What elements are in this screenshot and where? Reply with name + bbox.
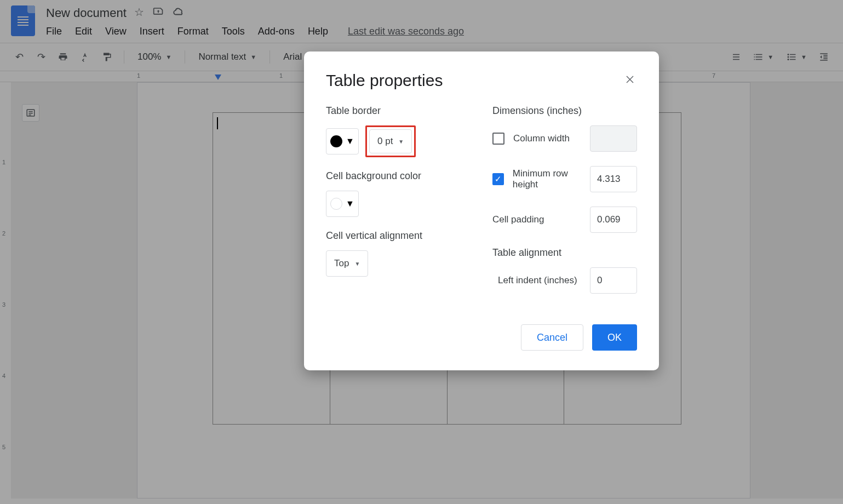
col-width-check: Column width [492, 133, 570, 145]
row-height-row: ✓ Minimum row height [492, 166, 637, 192]
dimensions-label: Dimensions (inches) [492, 105, 637, 117]
chevron-down-icon: ▼ [346, 136, 354, 146]
close-button[interactable] [623, 71, 637, 90]
col-width-input [590, 125, 637, 152]
dialog-footer: Cancel OK [326, 324, 637, 351]
row-height-label: Minimum row height [513, 168, 590, 190]
border-width-value: 0 pt [377, 136, 393, 147]
chevron-down-icon: ▼ [398, 139, 404, 145]
chevron-down-icon: ▼ [346, 199, 354, 209]
color-swatch-icon [330, 198, 342, 210]
col-width-checkbox[interactable] [492, 133, 504, 145]
row-height-input[interactable] [590, 166, 637, 192]
row-height-checkbox[interactable]: ✓ [492, 173, 504, 185]
cancel-button[interactable]: Cancel [521, 324, 583, 351]
bg-row: ▼ [326, 191, 471, 217]
cell-bg-label: Cell background color [326, 170, 471, 182]
ok-button[interactable]: OK [592, 324, 637, 351]
table-properties-dialog: Table properties Table border ▼ 0 pt ▼ [304, 51, 659, 370]
col-width-row: Column width [492, 125, 637, 152]
valign-label: Cell vertical alignment [326, 230, 471, 242]
chevron-down-icon: ▼ [354, 261, 360, 267]
dialog-header: Table properties [326, 71, 637, 90]
col-width-label: Column width [513, 133, 570, 144]
valign-dropdown[interactable]: Top ▼ [326, 250, 368, 277]
dialog-title: Table properties [326, 71, 443, 90]
table-border-label: Table border [326, 105, 471, 117]
left-column: Table border ▼ 0 pt ▼ Cell background co… [326, 105, 471, 308]
right-column: Dimensions (inches) Column width ✓ Minim… [492, 105, 637, 308]
cell-padding-label: Cell padding [492, 214, 544, 225]
left-indent-row: Left indent (inches) [492, 267, 637, 294]
left-indent-label: Left indent (inches) [498, 275, 577, 286]
row-height-check: ✓ Minimum row height [492, 168, 590, 190]
border-color-button[interactable]: ▼ [326, 128, 359, 154]
color-swatch-icon [330, 135, 342, 147]
dialog-body: Table border ▼ 0 pt ▼ Cell background co… [326, 105, 637, 308]
cell-padding-input[interactable] [590, 207, 637, 233]
left-indent-input[interactable] [590, 267, 637, 294]
cell-padding-row: Cell padding [492, 207, 637, 233]
highlight-box: 0 pt ▼ [365, 125, 416, 157]
border-width-dropdown[interactable]: 0 pt ▼ [369, 129, 412, 153]
table-align-label: Table alignment [492, 247, 637, 259]
valign-row: Top ▼ [326, 250, 471, 277]
valign-value: Top [334, 258, 349, 269]
cell-bg-button[interactable]: ▼ [326, 191, 359, 217]
border-row: ▼ 0 pt ▼ [326, 125, 471, 157]
